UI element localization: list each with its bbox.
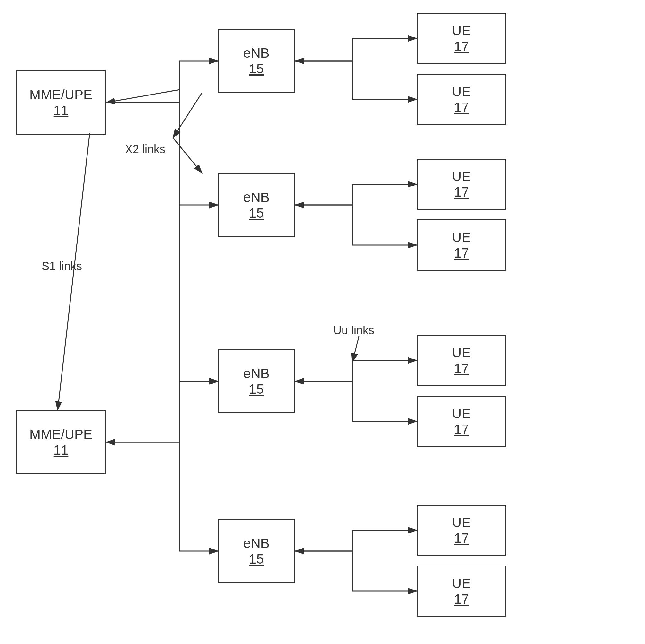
svg-line-8 [106, 90, 179, 102]
ue6-num: 17 [454, 422, 469, 437]
ue4-box: UE 17 [417, 219, 506, 271]
ue1-num: 17 [454, 39, 469, 54]
mme1-num: 11 [53, 103, 68, 118]
mme2-box: MME/UPE 11 [16, 410, 106, 474]
ue4-label: UE [452, 229, 471, 245]
enb1-box: eNB 15 [218, 29, 295, 93]
ue7-label: UE [452, 514, 471, 530]
ue3-num: 17 [454, 185, 469, 200]
svg-line-12 [173, 93, 202, 138]
x2-links-label: X2 links [125, 143, 165, 156]
ue4-num: 17 [454, 245, 469, 261]
ue7-num: 17 [454, 530, 469, 546]
ue6-box: UE 17 [417, 396, 506, 447]
ue5-label: UE [452, 345, 471, 361]
ue2-label: UE [452, 83, 471, 99]
ue5-num: 17 [454, 361, 469, 376]
ue5-box: UE 17 [417, 335, 506, 386]
enb2-label: eNB [243, 189, 269, 205]
enb1-num: 15 [249, 61, 264, 76]
enb1-label: eNB [243, 45, 269, 61]
diagram: MME/UPE 11 MME/UPE 11 eNB 15 eNB 15 eNB … [0, 0, 645, 644]
ue8-num: 17 [454, 592, 469, 607]
enb2-box: eNB 15 [218, 173, 295, 237]
enb3-box: eNB 15 [218, 349, 295, 413]
ue3-box: UE 17 [417, 159, 506, 210]
mme2-label: MME/UPE [29, 426, 92, 442]
ue1-box: UE 17 [417, 13, 506, 64]
ue8-label: UE [452, 576, 471, 592]
ue7-box: UE 17 [417, 505, 506, 556]
mme2-num: 11 [53, 442, 68, 458]
ue2-box: UE 17 [417, 74, 506, 125]
enb2-num: 15 [249, 205, 264, 221]
enb3-num: 15 [249, 382, 264, 397]
enb4-num: 15 [249, 552, 264, 567]
mme1-label: MME/UPE [29, 87, 92, 103]
mme1-box: MME/UPE 11 [16, 70, 106, 135]
ue3-label: UE [452, 169, 471, 185]
s1-links-label: S1 links [42, 259, 82, 273]
svg-line-34 [353, 337, 359, 362]
ue8-box: UE 17 [417, 566, 506, 617]
ue6-label: UE [452, 406, 471, 422]
enb4-box: eNB 15 [218, 519, 295, 583]
enb3-label: eNB [243, 366, 269, 382]
uu-links-label: Uu links [333, 324, 374, 337]
ue2-num: 17 [454, 99, 469, 115]
ue1-label: UE [452, 23, 471, 39]
enb4-label: eNB [243, 535, 269, 552]
svg-line-13 [173, 138, 202, 173]
